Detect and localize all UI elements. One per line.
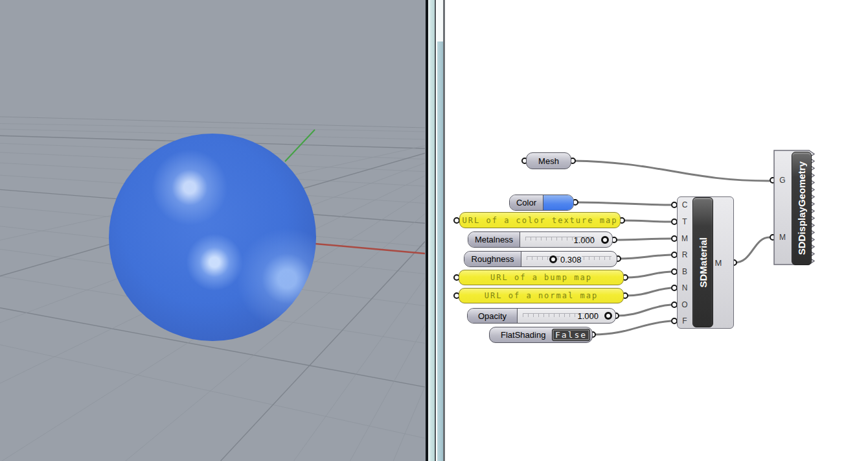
sdmaterial-input-t: T [682,217,687,226]
grasshopper-window-edge [428,0,436,461]
metalness-track[interactable]: 1.000 [520,232,612,247]
roughness-slider[interactable]: Roughness 0.308 [464,251,617,267]
blue-sphere-mesh[interactable] [109,134,316,341]
sdmaterial-input-n: N [682,283,688,292]
sdgeometry-name-capsule[interactable]: SDDisplayGeometry [792,152,812,265]
sdgeometry-input-g: G [779,176,785,185]
rhino-3d-viewport[interactable] [0,0,426,461]
y-axis-green [285,130,315,161]
roughness-track[interactable]: 0.308 [521,252,617,266]
sdgeometry-input-m: M [779,233,786,242]
mesh-param-node[interactable]: Mesh [526,152,571,169]
sdmaterial-input-o: O [681,300,687,309]
sdmaterial-name-capsule[interactable]: SDMaterial [692,197,713,327]
sdmaterial-input-f: F [682,316,687,325]
sdgeometry-title: SDDisplayGeometry [796,161,807,255]
sdmaterial-input-c: C [682,200,688,209]
sdmaterial-input-b: B [682,267,687,276]
flatshading-value: False [555,330,587,340]
normal-map-text: URL of a normal map [485,291,598,300]
sdmaterial-component[interactable]: C T M R B N O F SDMaterial M [677,196,734,329]
color-texture-panel[interactable]: URL of a color texture map [459,212,621,228]
bump-map-text: URL of a bump map [490,273,592,282]
flatshading-toggle[interactable]: FlatShading False [489,327,593,343]
roughness-knob[interactable] [549,255,557,263]
application-window: Mesh Color URL of a color texture map UR… [0,0,868,461]
metalness-knob[interactable] [601,236,609,244]
mesh-label: Mesh [538,156,559,166]
opacity-slider[interactable]: Opacity 1.000 [467,308,616,324]
sdmaterial-input-m: M [681,234,688,243]
metalness-value: 1.000 [573,235,595,244]
color-label: Color [510,195,543,210]
roughness-label: Roughness [464,252,521,266]
flatshading-value-box[interactable]: False [552,329,590,341]
opacity-knob[interactable] [604,312,612,320]
metalness-label: Metalness [468,232,520,247]
opacity-value: 1.000 [577,311,599,321]
sdmaterial-input-r: R [682,250,688,259]
opacity-track[interactable]: 1.000 [518,309,615,323]
color-swatch-node[interactable]: Color [509,195,574,211]
metalness-slider[interactable]: Metalness 1.000 [468,231,613,248]
color-swatch[interactable] [543,195,573,210]
sdgeometry-component[interactable]: G M SDDisplayGeometry [773,149,820,268]
opacity-label: Opacity [468,309,518,323]
color-texture-text: URL of a color texture map [463,216,618,225]
scrollbar-thumb[interactable] [437,41,443,461]
sdmaterial-title: SDMaterial [698,237,709,288]
sdmaterial-output-m: M [715,258,722,268]
bump-map-panel[interactable]: URL of a bump map [459,270,624,285]
flatshading-label: FlatShading [501,330,545,340]
roughness-value: 0.308 [560,254,582,264]
normal-map-panel[interactable]: URL of a normal map [459,288,624,303]
